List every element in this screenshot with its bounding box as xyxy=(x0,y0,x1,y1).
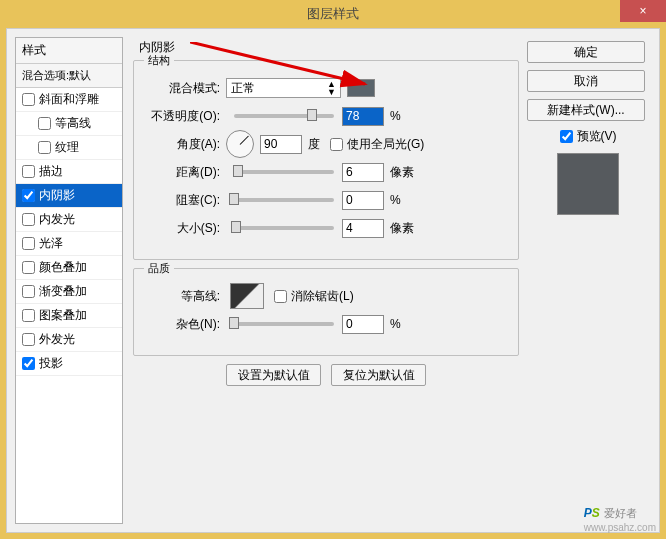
styles-list-panel: 样式 混合选项:默认 斜面和浮雕等高线纹理描边内阴影内发光光泽颜色叠加渐变叠加图… xyxy=(15,37,123,524)
style-item[interactable]: 投影 xyxy=(16,352,122,376)
right-panel: 确定 取消 新建样式(W)... 预览(V) xyxy=(527,41,649,215)
style-label: 斜面和浮雕 xyxy=(39,91,99,108)
style-checkbox[interactable] xyxy=(22,165,35,178)
opacity-input[interactable]: 78 xyxy=(342,107,384,126)
effect-title: 内阴影 xyxy=(139,39,519,56)
distance-label: 距离(D): xyxy=(146,164,226,181)
style-label: 渐变叠加 xyxy=(39,283,87,300)
style-label: 投影 xyxy=(39,355,63,372)
style-label: 内阴影 xyxy=(39,187,75,204)
style-label: 内发光 xyxy=(39,211,75,228)
style-checkbox[interactable] xyxy=(38,141,51,154)
opacity-unit: % xyxy=(390,109,401,123)
angle-unit: 度 xyxy=(308,136,320,153)
style-checkbox[interactable] xyxy=(22,93,35,106)
style-label: 外发光 xyxy=(39,331,75,348)
style-item[interactable]: 外发光 xyxy=(16,328,122,352)
style-label: 等高线 xyxy=(55,115,91,132)
quality-label: 品质 xyxy=(144,261,174,276)
styles-header[interactable]: 样式 xyxy=(16,38,122,64)
choke-row: 阻塞(C): 0 % xyxy=(146,189,506,211)
close-icon: × xyxy=(639,4,646,18)
style-item[interactable]: 斜面和浮雕 xyxy=(16,88,122,112)
choke-slider[interactable] xyxy=(234,198,334,202)
blending-options-default[interactable]: 混合选项:默认 xyxy=(16,64,122,88)
close-button[interactable]: × xyxy=(620,0,666,22)
size-label: 大小(S): xyxy=(146,220,226,237)
distance-slider[interactable] xyxy=(234,170,334,174)
noise-row: 杂色(N): 0 % xyxy=(146,313,506,335)
blend-mode-row: 混合模式: 正常 ▲▼ xyxy=(146,77,506,99)
dialog-body: 样式 混合选项:默认 斜面和浮雕等高线纹理描边内阴影内发光光泽颜色叠加渐变叠加图… xyxy=(6,28,660,533)
style-checkbox[interactable] xyxy=(22,309,35,322)
style-checkbox[interactable] xyxy=(22,285,35,298)
titlebar: 图层样式 × xyxy=(0,0,666,28)
dialog-title: 图层样式 xyxy=(307,5,359,23)
noise-slider[interactable] xyxy=(234,322,334,326)
global-light-checkbox[interactable]: 使用全局光(G) xyxy=(330,136,424,153)
make-default-button[interactable]: 设置为默认值 xyxy=(226,364,321,386)
style-checkbox[interactable] xyxy=(22,237,35,250)
angle-input[interactable]: 90 xyxy=(260,135,302,154)
watermark: PS爱好者 www.psahz.com xyxy=(584,501,656,533)
style-checkbox[interactable] xyxy=(22,213,35,226)
distance-input[interactable]: 6 xyxy=(342,163,384,182)
ok-button[interactable]: 确定 xyxy=(527,41,645,63)
structure-label: 结构 xyxy=(144,53,174,68)
choke-input[interactable]: 0 xyxy=(342,191,384,210)
style-item[interactable]: 描边 xyxy=(16,160,122,184)
contour-row: 等高线: 消除锯齿(L) xyxy=(146,285,506,307)
antialias-checkbox[interactable]: 消除锯齿(L) xyxy=(274,288,354,305)
preview-checkbox[interactable]: 预览(V) xyxy=(527,128,649,145)
quality-group: 品质 等高线: 消除锯齿(L) 杂色(N): 0 % xyxy=(133,268,519,356)
noise-label: 杂色(N): xyxy=(146,316,226,333)
style-label: 颜色叠加 xyxy=(39,259,87,276)
distance-unit: 像素 xyxy=(390,164,414,181)
style-checkbox[interactable] xyxy=(22,189,35,202)
opacity-slider[interactable] xyxy=(234,114,334,118)
noise-unit: % xyxy=(390,317,401,331)
style-checkbox[interactable] xyxy=(22,357,35,370)
blend-mode-select[interactable]: 正常 ▲▼ xyxy=(226,78,341,98)
shadow-color-swatch[interactable] xyxy=(347,79,375,97)
contour-label: 等高线: xyxy=(146,288,226,305)
new-style-button[interactable]: 新建样式(W)... xyxy=(527,99,645,121)
size-input[interactable]: 4 xyxy=(342,219,384,238)
noise-input[interactable]: 0 xyxy=(342,315,384,334)
size-slider[interactable] xyxy=(234,226,334,230)
style-item[interactable]: 纹理 xyxy=(16,136,122,160)
style-item[interactable]: 内阴影 xyxy=(16,184,122,208)
style-item[interactable]: 图案叠加 xyxy=(16,304,122,328)
blend-mode-value: 正常 xyxy=(231,80,255,97)
style-label: 描边 xyxy=(39,163,63,180)
style-item[interactable]: 等高线 xyxy=(16,112,122,136)
style-label: 光泽 xyxy=(39,235,63,252)
distance-row: 距离(D): 6 像素 xyxy=(146,161,506,183)
opacity-label: 不透明度(O): xyxy=(146,108,226,125)
style-checkbox[interactable] xyxy=(22,333,35,346)
style-label: 纹理 xyxy=(55,139,79,156)
default-buttons-row: 设置为默认值 复位为默认值 xyxy=(133,364,519,386)
style-checkbox[interactable] xyxy=(22,261,35,274)
contour-picker[interactable] xyxy=(230,283,264,309)
opacity-row: 不透明度(O): 78 % xyxy=(146,105,506,127)
reset-default-button[interactable]: 复位为默认值 xyxy=(331,364,426,386)
size-row: 大小(S): 4 像素 xyxy=(146,217,506,239)
choke-unit: % xyxy=(390,193,401,207)
structure-group: 结构 混合模式: 正常 ▲▼ 不透明度(O): 78 % 角度(A): 90 度 xyxy=(133,60,519,260)
size-unit: 像素 xyxy=(390,220,414,237)
style-item[interactable]: 内发光 xyxy=(16,208,122,232)
preview-swatch xyxy=(557,153,619,215)
angle-dial[interactable] xyxy=(226,130,254,158)
angle-label: 角度(A): xyxy=(146,136,226,153)
style-checkbox[interactable] xyxy=(38,117,51,130)
style-item[interactable]: 颜色叠加 xyxy=(16,256,122,280)
blend-mode-label: 混合模式: xyxy=(146,80,226,97)
dropdown-icon: ▲▼ xyxy=(327,80,336,96)
style-label: 图案叠加 xyxy=(39,307,87,324)
style-item[interactable]: 渐变叠加 xyxy=(16,280,122,304)
cancel-button[interactable]: 取消 xyxy=(527,70,645,92)
style-item[interactable]: 光泽 xyxy=(16,232,122,256)
main-panel: 内阴影 结构 混合模式: 正常 ▲▼ 不透明度(O): 78 % 角度(A): xyxy=(133,37,519,524)
angle-row: 角度(A): 90 度 使用全局光(G) xyxy=(146,133,506,155)
